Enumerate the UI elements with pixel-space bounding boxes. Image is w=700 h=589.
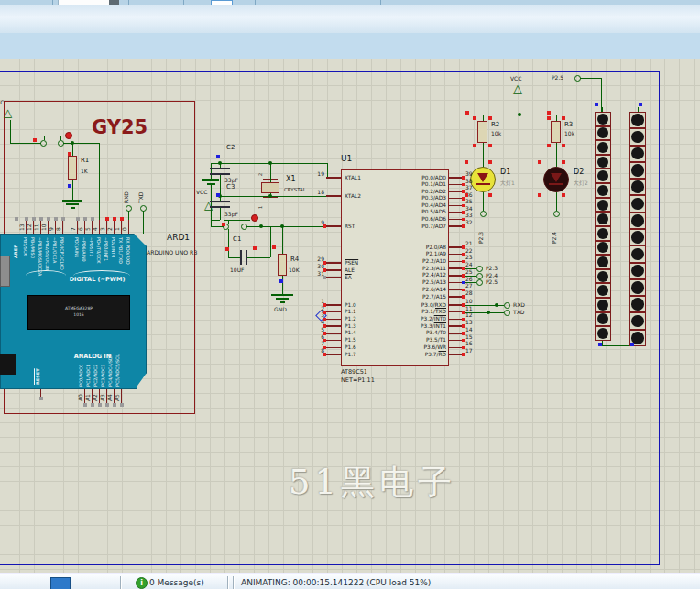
wire[interactable] [270,226,271,257]
terminal-circle [504,310,510,316]
wire[interactable] [228,257,240,258]
strip-cell[interactable] [629,112,646,128]
panel-band [0,33,700,60]
strip-cell[interactable] [629,213,646,229]
strip-cell[interactable] [629,279,646,296]
pin-marker [113,403,116,407]
strip-cell[interactable] [629,146,646,162]
wire[interactable] [556,143,557,167]
strip-cell[interactable] [595,198,611,213]
strip-cell[interactable] [629,312,646,329]
strip-cell[interactable] [629,179,646,195]
message-icon[interactable]: i [136,577,148,589]
strip-cell[interactable] [595,112,611,126]
status-play-indicator[interactable] [50,577,71,589]
wire[interactable] [246,220,246,224]
r2-ref: R2 [491,121,499,128]
arduino-pin-number: A3 [99,394,105,401]
arduino-pin-number: 10 [40,224,47,231]
strip-cell[interactable] [595,169,611,183]
pin-marker [222,223,225,226]
wire[interactable] [602,345,633,346]
wire[interactable] [72,143,73,156]
strip-cell[interactable] [595,283,611,298]
wire[interactable] [220,174,221,196]
message-count[interactable]: 0 Message(s) [149,578,204,587]
strip-cell[interactable] [629,195,646,212]
strip-cell[interactable] [595,269,611,284]
wire[interactable] [282,276,283,294]
wire[interactable] [580,78,601,79]
arduino-pin-number: A1 [84,394,91,401]
wire[interactable] [327,163,328,178]
wire[interactable] [211,220,220,221]
strip-cell[interactable] [595,255,611,269]
wire[interactable] [556,192,557,211]
statusbar-separator [120,576,122,589]
wire[interactable] [211,163,212,180]
u1-pin-label: ALE [345,267,355,274]
strip-cell[interactable] [629,245,646,262]
wire[interactable] [10,143,41,144]
wire[interactable] [220,207,221,220]
wire[interactable] [556,115,557,121]
strip-cell[interactable] [595,241,611,256]
button-indicator-icon[interactable] [251,214,258,222]
gy25-title: GY25 [92,116,148,138]
wire[interactable] [10,120,11,143]
pin-marker [323,324,327,328]
pin-marker [462,346,465,350]
wire[interactable] [483,192,484,211]
wire[interactable] [483,143,484,167]
strip-cell[interactable] [595,312,611,327]
wire[interactable] [72,180,73,200]
strip-cell[interactable] [595,140,611,155]
vcc-arrow-icon: △ [513,83,522,94]
pin-marker [639,103,642,106]
atmega-chip[interactable]: ATMEGA328P 1016 [27,295,130,330]
strip-cell[interactable] [595,298,611,312]
strip-cell[interactable] [629,229,646,245]
pin-marker [39,217,43,221]
wire[interactable] [228,220,229,224]
button-terminal [40,140,47,147]
wire[interactable] [520,94,520,115]
u1-pin-number: 15 [465,333,473,340]
wire[interactable] [247,257,270,258]
pin-marker [33,138,37,142]
u1-pin-number: 2 [308,305,324,311]
strip-cell[interactable] [629,128,646,145]
r2-value: 10k [491,130,501,136]
wire[interactable] [143,211,144,234]
strip-cell[interactable] [595,183,611,198]
strip-cell[interactable] [595,212,611,226]
strip-cell[interactable] [629,263,646,279]
u1-pin-number: 29 [308,256,324,262]
wire[interactable] [282,226,283,254]
u1-pin-number: 6 [308,333,324,340]
wire[interactable] [99,143,100,221]
strip-cell[interactable] [595,226,611,241]
strip-cell[interactable] [629,162,646,179]
button-indicator-icon[interactable] [65,132,72,139]
u1-pin [326,277,341,278]
p24-label: P2.4 [486,272,498,278]
u1-pin-label: P1.4 [345,330,356,336]
r3-ref: R3 [564,121,573,128]
wire[interactable] [220,196,341,197]
u1-pin-label: P3.7/RD [366,352,446,358]
strip-cell[interactable] [595,126,611,141]
u1-pin-label: P3.1/TXD [366,309,446,315]
wire[interactable] [63,143,99,144]
arduino-pin [16,220,16,234]
u1-pin-label: P0.1/AD1 [366,181,446,188]
sheet-border-right [659,71,661,565]
pin-marker [595,103,598,106]
wire[interactable] [270,163,271,182]
wire[interactable] [228,229,229,257]
wire[interactable] [483,115,484,121]
strip-cell[interactable] [595,155,611,169]
strip-cell[interactable] [629,296,646,312]
d1-ref: D1 [500,169,510,176]
strip-cell[interactable] [595,326,611,341]
